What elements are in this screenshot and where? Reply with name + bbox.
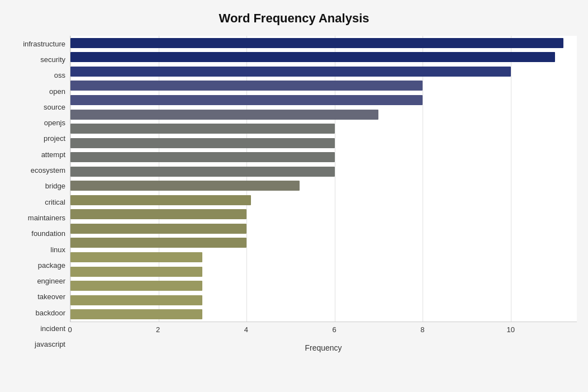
bar-row [70, 79, 577, 92]
y-label: oss [11, 68, 65, 83]
x-tick-label: 2 [156, 325, 160, 334]
x-tick-label: 8 [420, 325, 424, 334]
bar-row [70, 166, 577, 178]
y-label: linux [11, 242, 65, 257]
bar [70, 295, 202, 305]
bar [70, 67, 511, 77]
bar [70, 124, 335, 134]
grid-line [335, 36, 335, 322]
bar-row [70, 294, 577, 306]
grid-line [246, 36, 247, 322]
y-axis-labels: infrastructuresecurityossopensourceopenj… [11, 36, 70, 352]
grid-line [159, 36, 159, 322]
bar [70, 238, 246, 248]
y-label: engineer [11, 274, 65, 289]
y-label: bridge [11, 179, 65, 193]
x-tick-label: 0 [68, 325, 72, 334]
bar-row [70, 280, 577, 292]
y-label: incident [11, 321, 65, 336]
bar [70, 81, 423, 91]
x-tick-label: 6 [333, 325, 336, 334]
bar [70, 209, 246, 219]
bar-row [70, 37, 577, 49]
bar-row [70, 266, 577, 278]
chart-container: Word Frequency Analysis infrastructurese… [0, 0, 588, 392]
y-label: openjs [11, 116, 65, 130]
bar [70, 281, 202, 291]
bars-section [70, 36, 577, 322]
y-label: package [11, 258, 65, 272]
bar-row [70, 65, 577, 78]
y-label: critical [11, 195, 65, 209]
bar-row [70, 108, 577, 121]
bar-row [70, 51, 577, 63]
plot-area: 0246810 Frequency [70, 36, 577, 352]
bar [70, 309, 202, 319]
bar [70, 152, 335, 162]
bar-row [70, 237, 577, 249]
chart-title: Word Frequency Analysis [11, 11, 577, 26]
x-tick-label: 10 [506, 325, 514, 334]
bar-row [70, 223, 577, 235]
bar [70, 52, 555, 62]
bar [70, 110, 378, 120]
bar-row [70, 137, 577, 149]
y-label: ecosystem [11, 163, 65, 178]
bar [70, 95, 423, 105]
y-label: open [11, 84, 65, 98]
bar-row [70, 308, 577, 320]
y-label: project [11, 131, 65, 146]
bar [70, 38, 563, 48]
y-label: maintainers [11, 210, 65, 225]
grid-lines [70, 36, 577, 322]
bar [70, 252, 202, 262]
bar [70, 267, 202, 277]
y-label: security [11, 52, 65, 67]
grid-line [70, 36, 71, 322]
y-label: takeover [11, 290, 65, 304]
bar-row [70, 251, 577, 263]
bar-row [70, 122, 577, 135]
y-label: source [11, 100, 65, 114]
bar-row [70, 151, 577, 163]
x-axis-tick-row: 0246810 [70, 324, 577, 341]
bar-row [70, 180, 577, 192]
grid-line [511, 36, 511, 322]
x-axis-title: Frequency [70, 343, 577, 352]
y-label: backdoor [11, 305, 65, 320]
y-label: infrastructure [11, 36, 65, 51]
bar [70, 167, 335, 177]
bar-row [70, 194, 577, 206]
x-tick-label: 4 [244, 325, 248, 334]
y-label: foundation [11, 226, 65, 241]
bar [70, 138, 335, 148]
bar-row [70, 94, 577, 106]
y-label: javascript [11, 337, 65, 352]
bar [70, 195, 251, 205]
bar-row [70, 208, 577, 220]
grid-line [423, 36, 423, 322]
bar [70, 181, 300, 191]
bar [70, 224, 246, 234]
y-label: attempt [11, 147, 65, 162]
